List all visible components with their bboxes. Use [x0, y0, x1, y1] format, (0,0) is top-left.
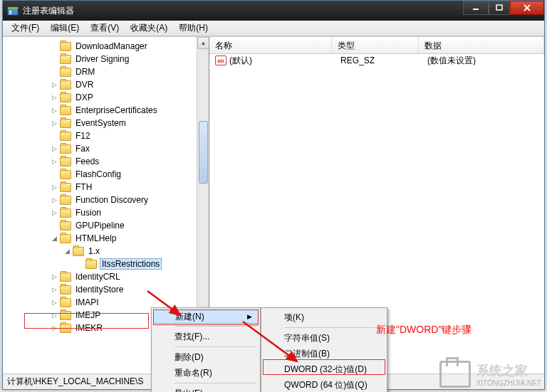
no-expand [50, 55, 58, 63]
scroll-thumb[interactable] [199, 121, 208, 184]
menu-edit[interactable]: 编辑(E) [45, 21, 85, 36]
tree-label: IMAPI [74, 297, 100, 307]
folder-icon [60, 144, 71, 154]
tree-item[interactable]: ▷Fusion [3, 206, 209, 219]
tree-label: Fusion [74, 208, 103, 218]
tree-item[interactable]: ◢HTMLHelp [3, 232, 209, 245]
tree-item[interactable]: ▷FTH [3, 181, 209, 194]
string-value-icon: ab [215, 55, 226, 65]
folder-icon [60, 324, 71, 333]
tree-item[interactable]: ▷EnterpriseCertificates [3, 104, 209, 117]
ctx-export[interactable]: 导出(E) [153, 386, 259, 392]
folder-icon [60, 221, 71, 231]
tree-item[interactable]: F12 [3, 129, 209, 142]
expand-closed-icon[interactable]: ▷ [50, 298, 58, 307]
close-button[interactable] [510, 1, 544, 15]
tree-label: IdentityStore [74, 285, 125, 295]
tree-label: DRM [74, 67, 96, 77]
tree-item[interactable]: ▷DXP [3, 91, 209, 104]
expand-closed-icon[interactable]: ▷ [50, 106, 58, 115]
folder-icon [60, 106, 71, 115]
tree-item[interactable]: ▷DVR [3, 78, 209, 91]
folder-icon [60, 311, 71, 320]
tree-item[interactable]: DownloadManager [3, 40, 209, 53]
expand-closed-icon[interactable]: ▷ [50, 93, 58, 102]
folder-icon [60, 157, 71, 166]
expand-closed-icon[interactable]: ▷ [50, 183, 58, 191]
expand-closed-icon[interactable]: ▷ [50, 285, 58, 294]
tree-label: IMEJP [74, 310, 102, 320]
tree-item[interactable]: ◢1.x [3, 245, 209, 258]
titlebar[interactable]: 注册表编辑器 [3, 1, 544, 21]
folder-icon [60, 183, 71, 192]
tree-label: Function Discovery [74, 195, 150, 205]
col-type[interactable]: 类型 [332, 37, 419, 53]
tree-label: F12 [74, 131, 92, 141]
no-expand [50, 68, 58, 76]
tree-item[interactable]: FlashConfig [3, 168, 209, 181]
col-name[interactable]: 名称 [209, 37, 332, 53]
tree-item[interactable]: Driver Signing [3, 53, 209, 65]
folder-icon [60, 170, 71, 179]
tree-label: EventSystem [74, 118, 127, 128]
tree-label: IMEKR [74, 323, 104, 333]
expand-closed-icon[interactable]: ▷ [50, 80, 58, 89]
list-row[interactable]: ab (默认) REG_SZ (数值未设置) [209, 54, 544, 67]
menu-fav[interactable]: 收藏夹(A) [125, 21, 173, 36]
folder-icon [60, 119, 71, 128]
expand-open-icon[interactable]: ◢ [63, 247, 71, 255]
menu-view[interactable]: 查看(V) [85, 21, 125, 36]
tree-label: HTMLHelp [74, 233, 118, 243]
menu-help[interactable]: 帮助(H) [173, 21, 214, 36]
folder-icon [73, 247, 84, 256]
folder-icon [60, 234, 71, 243]
regedit-icon [7, 5, 19, 16]
tree-item[interactable]: ▷EventSystem [3, 117, 209, 129]
minimize-button[interactable] [463, 1, 489, 15]
tree-label: FTH [74, 182, 93, 192]
list-header[interactable]: 名称 类型 数据 [209, 37, 544, 54]
annotation-arrow-2 [240, 319, 304, 369]
folder-icon [60, 196, 71, 205]
folder-icon [60, 80, 71, 90]
value-data: (数值未设置) [427, 55, 544, 67]
expand-closed-icon[interactable]: ▷ [50, 324, 58, 332]
expand-closed-icon[interactable]: ▷ [50, 144, 58, 153]
expand-closed-icon[interactable]: ▷ [50, 196, 58, 204]
tree-item[interactable]: DRM [3, 65, 209, 78]
svg-rect-1 [8, 7, 18, 9]
expand-open-icon[interactable]: ◢ [50, 234, 58, 243]
tree-item[interactable]: ▷Feeds [3, 155, 209, 168]
scroll-up-button[interactable]: ▲ [197, 37, 209, 49]
expand-closed-icon[interactable]: ▷ [50, 119, 58, 127]
tree-item[interactable]: ItssRestrictions [3, 258, 209, 270]
expand-closed-icon[interactable]: ▷ [50, 311, 58, 319]
value-type: REG_SZ [340, 55, 427, 65]
folder-icon [60, 93, 71, 102]
col-data[interactable]: 数据 [419, 37, 544, 53]
no-expand [50, 221, 58, 230]
menu-file[interactable]: 文件(F) [6, 21, 45, 36]
ctx-new-qword[interactable]: QWORD (64 位)值(Q) [263, 377, 385, 392]
folder-icon [60, 132, 71, 141]
no-expand [50, 42, 58, 51]
folder-icon [60, 272, 71, 282]
tree-item[interactable]: ▷Fax [3, 142, 209, 155]
annotation-arrow-1 [145, 288, 187, 324]
no-expand [50, 170, 58, 179]
svg-rect-3 [9, 13, 11, 14]
no-expand [75, 260, 84, 268]
tree-item[interactable]: GPUPipeline [3, 219, 209, 232]
expand-closed-icon[interactable]: ▷ [50, 157, 58, 166]
maximize-button[interactable] [489, 1, 510, 15]
separator [174, 383, 257, 383]
window-title: 注册表编辑器 [23, 5, 74, 17]
expand-closed-icon[interactable]: ▷ [50, 272, 58, 281]
expand-closed-icon[interactable]: ▷ [50, 208, 58, 217]
tree-item[interactable]: ▷IdentityCRL [3, 270, 209, 283]
tree-item[interactable]: ▷Function Discovery [3, 194, 209, 206]
tree-label: FlashConfig [74, 169, 123, 179]
tree-label: Fax [74, 144, 91, 154]
value-name: (默认) [229, 55, 340, 67]
watermark: 系统之家 XITONGZHIJIA.NET [439, 361, 542, 388]
